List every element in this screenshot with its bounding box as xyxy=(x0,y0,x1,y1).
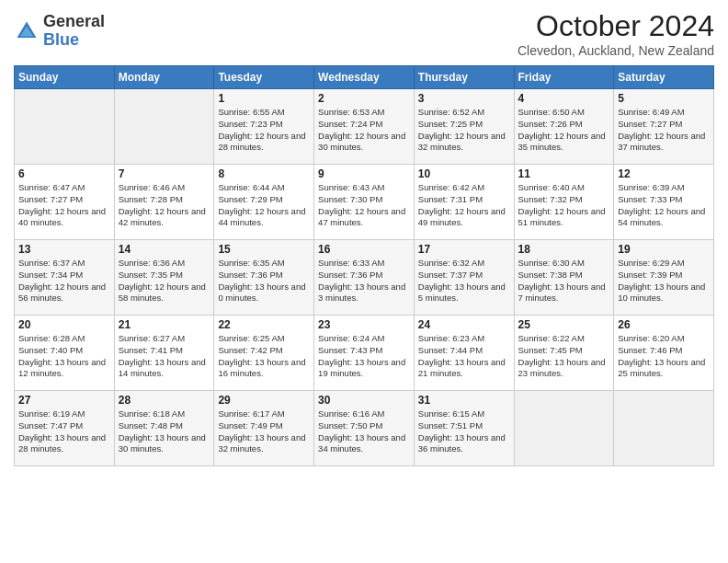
day-number: 20 xyxy=(18,318,110,331)
day-number: 1 xyxy=(218,92,310,105)
table-row: 11Sunrise: 6:40 AM Sunset: 7:32 PM Dayli… xyxy=(514,165,614,240)
col-saturday: Saturday xyxy=(614,66,714,89)
calendar-table: Sunday Monday Tuesday Wednesday Thursday… xyxy=(14,65,714,466)
day-info: Sunrise: 6:35 AM Sunset: 7:36 PM Dayligh… xyxy=(218,258,310,304)
day-info: Sunrise: 6:49 AM Sunset: 7:27 PM Dayligh… xyxy=(618,107,710,154)
table-row xyxy=(614,391,714,466)
day-info: Sunrise: 6:24 AM Sunset: 7:43 PM Dayligh… xyxy=(318,333,410,380)
day-info: Sunrise: 6:40 AM Sunset: 7:32 PM Dayligh… xyxy=(518,182,610,229)
day-info: Sunrise: 6:36 AM Sunset: 7:35 PM Dayligh… xyxy=(119,258,210,304)
day-number: 15 xyxy=(218,243,310,256)
day-info: Sunrise: 6:27 AM Sunset: 7:41 PM Dayligh… xyxy=(119,333,210,380)
page: General Blue October 2024 Clevedon, Auck… xyxy=(0,0,728,563)
table-row: 18Sunrise: 6:30 AM Sunset: 7:38 PM Dayli… xyxy=(514,240,614,316)
table-row: 17Sunrise: 6:32 AM Sunset: 7:37 PM Dayli… xyxy=(414,240,514,316)
day-number: 8 xyxy=(218,167,310,180)
day-number: 30 xyxy=(318,394,410,407)
logo-general: General xyxy=(43,13,105,31)
day-info: Sunrise: 6:19 AM Sunset: 7:47 PM Dayligh… xyxy=(18,408,110,455)
day-info: Sunrise: 6:18 AM Sunset: 7:48 PM Dayligh… xyxy=(119,408,210,455)
day-number: 5 xyxy=(618,92,710,105)
header: General Blue October 2024 Clevedon, Auck… xyxy=(14,9,714,58)
day-info: Sunrise: 6:17 AM Sunset: 7:49 PM Dayligh… xyxy=(218,408,310,455)
table-row: 23Sunrise: 6:24 AM Sunset: 7:43 PM Dayli… xyxy=(314,316,415,391)
table-row: 8Sunrise: 6:44 AM Sunset: 7:29 PM Daylig… xyxy=(214,165,314,240)
day-number: 7 xyxy=(119,167,210,180)
day-info: Sunrise: 6:47 AM Sunset: 7:27 PM Dayligh… xyxy=(18,182,110,229)
col-tuesday: Tuesday xyxy=(214,66,314,89)
col-sunday: Sunday xyxy=(15,66,115,89)
table-row: 21Sunrise: 6:27 AM Sunset: 7:41 PM Dayli… xyxy=(114,316,214,391)
table-row xyxy=(15,89,115,165)
table-row xyxy=(514,391,614,466)
day-number: 21 xyxy=(119,318,210,331)
day-number: 10 xyxy=(418,167,510,180)
table-row: 26Sunrise: 6:20 AM Sunset: 7:46 PM Dayli… xyxy=(614,316,714,391)
table-row xyxy=(114,89,214,165)
table-row: 24Sunrise: 6:23 AM Sunset: 7:44 PM Dayli… xyxy=(414,316,514,391)
table-row: 9Sunrise: 6:43 AM Sunset: 7:30 PM Daylig… xyxy=(314,165,415,240)
day-number: 9 xyxy=(318,167,410,180)
day-info: Sunrise: 6:28 AM Sunset: 7:40 PM Dayligh… xyxy=(18,333,110,380)
day-info: Sunrise: 6:15 AM Sunset: 7:51 PM Dayligh… xyxy=(418,408,510,455)
table-row: 14Sunrise: 6:36 AM Sunset: 7:35 PM Dayli… xyxy=(114,240,214,316)
day-number: 31 xyxy=(418,394,510,407)
table-row: 31Sunrise: 6:15 AM Sunset: 7:51 PM Dayli… xyxy=(414,391,514,466)
month-title: October 2024 xyxy=(518,9,714,43)
day-number: 6 xyxy=(18,167,110,180)
day-number: 28 xyxy=(119,394,210,407)
table-row: 4Sunrise: 6:50 AM Sunset: 7:26 PM Daylig… xyxy=(514,89,614,165)
day-info: Sunrise: 6:50 AM Sunset: 7:26 PM Dayligh… xyxy=(518,107,610,154)
logo-text: General Blue xyxy=(43,13,105,50)
day-info: Sunrise: 6:37 AM Sunset: 7:34 PM Dayligh… xyxy=(18,258,110,304)
day-info: Sunrise: 6:30 AM Sunset: 7:38 PM Dayligh… xyxy=(518,258,610,304)
day-info: Sunrise: 6:29 AM Sunset: 7:39 PM Dayligh… xyxy=(618,258,710,304)
day-number: 11 xyxy=(518,167,610,180)
table-row: 2Sunrise: 6:53 AM Sunset: 7:24 PM Daylig… xyxy=(314,89,415,165)
logo-icon xyxy=(14,18,40,44)
table-row: 6Sunrise: 6:47 AM Sunset: 7:27 PM Daylig… xyxy=(15,165,115,240)
day-info: Sunrise: 6:20 AM Sunset: 7:46 PM Dayligh… xyxy=(618,333,710,380)
day-info: Sunrise: 6:55 AM Sunset: 7:23 PM Dayligh… xyxy=(218,107,310,154)
day-info: Sunrise: 6:16 AM Sunset: 7:50 PM Dayligh… xyxy=(318,408,410,455)
table-row: 28Sunrise: 6:18 AM Sunset: 7:48 PM Dayli… xyxy=(114,391,214,466)
day-number: 22 xyxy=(218,318,310,331)
table-row: 22Sunrise: 6:25 AM Sunset: 7:42 PM Dayli… xyxy=(214,316,314,391)
col-monday: Monday xyxy=(114,66,214,89)
col-thursday: Thursday xyxy=(414,66,514,89)
day-info: Sunrise: 6:23 AM Sunset: 7:44 PM Dayligh… xyxy=(418,333,510,380)
day-number: 14 xyxy=(119,243,210,256)
day-number: 17 xyxy=(418,243,510,256)
table-row: 12Sunrise: 6:39 AM Sunset: 7:33 PM Dayli… xyxy=(614,165,714,240)
table-row: 30Sunrise: 6:16 AM Sunset: 7:50 PM Dayli… xyxy=(314,391,415,466)
table-row: 20Sunrise: 6:28 AM Sunset: 7:40 PM Dayli… xyxy=(15,316,115,391)
table-row: 16Sunrise: 6:33 AM Sunset: 7:36 PM Dayli… xyxy=(314,240,415,316)
day-info: Sunrise: 6:44 AM Sunset: 7:29 PM Dayligh… xyxy=(218,182,310,229)
logo: General Blue xyxy=(14,13,105,50)
table-row: 7Sunrise: 6:46 AM Sunset: 7:28 PM Daylig… xyxy=(114,165,214,240)
day-number: 23 xyxy=(318,318,410,331)
location: Clevedon, Auckland, New Zealand xyxy=(518,43,714,58)
table-row: 5Sunrise: 6:49 AM Sunset: 7:27 PM Daylig… xyxy=(614,89,714,165)
day-info: Sunrise: 6:52 AM Sunset: 7:25 PM Dayligh… xyxy=(418,107,510,154)
day-number: 16 xyxy=(318,243,410,256)
day-number: 4 xyxy=(518,92,610,105)
day-number: 24 xyxy=(418,318,510,331)
title-area: October 2024 Clevedon, Auckland, New Zea… xyxy=(518,9,714,58)
table-row: 15Sunrise: 6:35 AM Sunset: 7:36 PM Dayli… xyxy=(214,240,314,316)
table-row: 3Sunrise: 6:52 AM Sunset: 7:25 PM Daylig… xyxy=(414,89,514,165)
day-info: Sunrise: 6:39 AM Sunset: 7:33 PM Dayligh… xyxy=(618,182,710,229)
day-info: Sunrise: 6:43 AM Sunset: 7:30 PM Dayligh… xyxy=(318,182,410,229)
table-row: 1Sunrise: 6:55 AM Sunset: 7:23 PM Daylig… xyxy=(214,89,314,165)
day-info: Sunrise: 6:22 AM Sunset: 7:45 PM Dayligh… xyxy=(518,333,610,380)
table-row: 27Sunrise: 6:19 AM Sunset: 7:47 PM Dayli… xyxy=(15,391,115,466)
col-friday: Friday xyxy=(514,66,614,89)
table-row: 29Sunrise: 6:17 AM Sunset: 7:49 PM Dayli… xyxy=(214,391,314,466)
table-row: 13Sunrise: 6:37 AM Sunset: 7:34 PM Dayli… xyxy=(15,240,115,316)
day-number: 29 xyxy=(218,394,310,407)
day-number: 27 xyxy=(18,394,110,407)
day-info: Sunrise: 6:42 AM Sunset: 7:31 PM Dayligh… xyxy=(418,182,510,229)
day-number: 3 xyxy=(418,92,510,105)
day-info: Sunrise: 6:32 AM Sunset: 7:37 PM Dayligh… xyxy=(418,258,510,304)
logo-blue: Blue xyxy=(43,31,105,50)
